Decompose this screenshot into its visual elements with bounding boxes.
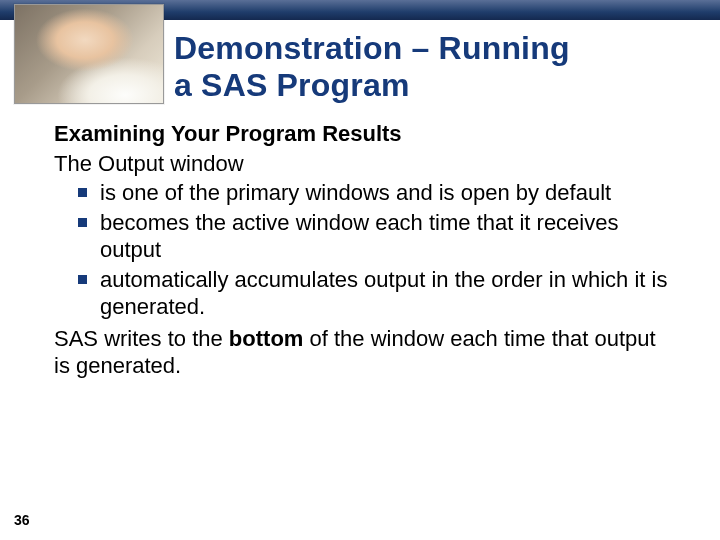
list-item: automatically accumulates output in the … bbox=[54, 266, 676, 321]
slide-body: Examining Your Program Results The Outpu… bbox=[0, 104, 720, 380]
bullet-text: automatically accumulates output in the … bbox=[100, 267, 667, 320]
title-line-1: Demonstration – Running bbox=[174, 30, 570, 66]
closing-pre: SAS writes to the bbox=[54, 326, 229, 351]
header-image bbox=[14, 4, 164, 104]
title-line-2: a SAS Program bbox=[174, 67, 410, 103]
body-lead: The Output window bbox=[54, 150, 676, 178]
bullet-list: is one of the primary windows and is ope… bbox=[54, 179, 676, 321]
bullet-text: becomes the active window each time that… bbox=[100, 210, 618, 263]
bullet-text: is one of the primary windows and is ope… bbox=[100, 180, 611, 205]
list-item: becomes the active window each time that… bbox=[54, 209, 676, 264]
slide-title: Demonstration – Running a SAS Program bbox=[174, 20, 570, 104]
slide: Demonstration – Running a SAS Program Ex… bbox=[0, 0, 720, 540]
body-subhead: Examining Your Program Results bbox=[54, 120, 676, 148]
page-number: 36 bbox=[14, 512, 30, 528]
closing-text: SAS writes to the bottom of the window e… bbox=[54, 325, 676, 380]
slide-header: Demonstration – Running a SAS Program bbox=[0, 20, 720, 104]
closing-bold: bottom bbox=[229, 326, 304, 351]
list-item: is one of the primary windows and is ope… bbox=[54, 179, 676, 207]
